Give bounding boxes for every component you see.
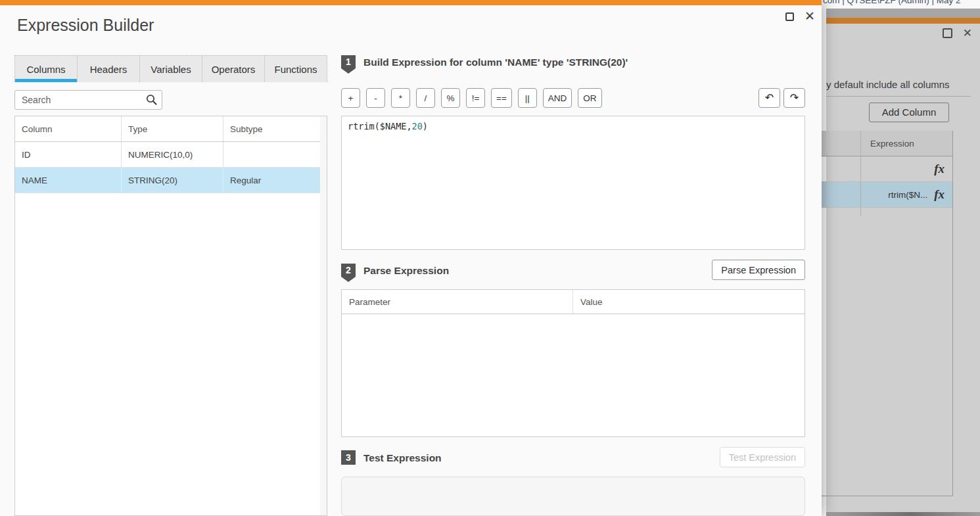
table-scrollbar-gutter[interactable]	[320, 116, 327, 515]
background-columns-table: Expression fx rtrim($N... fx	[820, 131, 953, 496]
left-pane: Columns Headers Variables Operators Func…	[14, 55, 327, 516]
columns-table: Column Type Subtype ID NUMERIC(10,0) NAM…	[14, 116, 327, 516]
operator-concat-button[interactable]: ||	[518, 88, 537, 108]
table-row-selected[interactable]: NAME STRING(20) Regular	[15, 168, 320, 193]
background-close-icon[interactable]: ✕	[963, 28, 972, 38]
table-row[interactable]: ID NUMERIC(10,0)	[15, 142, 320, 168]
background-table-header: Expression	[820, 131, 952, 156]
expression-builder-dialog: ✕ Expression Builder Columns Headers Var…	[0, 0, 822, 516]
column-header[interactable]: Column	[15, 116, 122, 141]
tab-headers[interactable]: Headers	[78, 55, 140, 82]
table-row[interactable]: fx	[820, 156, 952, 182]
search-input[interactable]	[14, 90, 162, 110]
expression-close-paren: )	[423, 121, 428, 131]
type-cell: STRING(20)	[122, 168, 223, 193]
column-cell: ID	[15, 142, 122, 167]
background-window: com | QTSEE\FZF (Admin) | May 2 ✕ y defa…	[822, 0, 980, 516]
operator-and-button[interactable]: AND	[543, 88, 572, 108]
subtype-header[interactable]: Subtype	[223, 116, 320, 141]
expression-cell: rtrim($N...	[888, 190, 927, 200]
operator-notequal-button[interactable]: !=	[466, 88, 485, 108]
maximize-icon[interactable]	[785, 12, 794, 21]
operator-toolbar: + - * / % != == || AND OR ↶ ↷	[341, 88, 805, 108]
background-dialog: ✕ y default include all columns Add Colu…	[826, 9, 980, 516]
columns-table-header: Column Type Subtype	[15, 116, 320, 142]
operator-modulo-button[interactable]: %	[441, 88, 460, 108]
operator-equal-button[interactable]: ==	[491, 88, 512, 108]
subtype-cell	[223, 142, 320, 167]
tab-variables[interactable]: Variables	[140, 55, 202, 82]
dialog-title: Expression Builder	[17, 16, 154, 35]
step-1-badge: 1	[341, 55, 356, 68]
close-icon[interactable]: ✕	[805, 12, 815, 21]
parse-parameters-table: Parameter Value	[341, 289, 805, 437]
modal-orange-bar	[0, 0, 822, 5]
background-titlebar-text: com | QTSEE\FZF (Admin) | May 2	[823, 0, 980, 5]
operator-divide-button[interactable]: /	[416, 88, 435, 108]
parse-expression-button[interactable]: Parse Expression	[712, 260, 805, 280]
background-maximize-icon[interactable]	[943, 28, 952, 38]
operator-plus-button[interactable]: +	[341, 88, 360, 108]
step-2-badge: 2	[341, 264, 356, 277]
background-separator	[826, 96, 971, 97]
expression-text: rtrim($NAME,	[348, 121, 412, 131]
value-header: Value	[573, 290, 805, 314]
right-pane: 1 Build Expression for column 'NAME' typ…	[341, 55, 805, 516]
redo-icon[interactable]: ↷	[783, 88, 805, 108]
parse-table-header: Parameter Value	[342, 290, 805, 314]
fx-icon[interactable]: fx	[934, 187, 945, 202]
undo-icon[interactable]: ↶	[758, 88, 780, 108]
build-expression-title: Build Expression for column 'NAME' type …	[363, 55, 628, 68]
test-expression-title: Test Expression	[363, 451, 442, 464]
type-header[interactable]: Type	[122, 116, 223, 141]
tab-operators[interactable]: Operators	[202, 55, 265, 82]
tab-functions[interactable]: Functions	[265, 55, 327, 82]
test-expression-button[interactable]: Test Expression	[720, 447, 805, 467]
expression-number: 20	[412, 121, 423, 131]
tab-columns[interactable]: Columns	[14, 55, 78, 82]
subtype-cell: Regular	[223, 168, 320, 193]
background-bottom-edge	[826, 512, 980, 516]
tab-bar: Columns Headers Variables Operators Func…	[14, 55, 327, 82]
expression-editor[interactable]: rtrim($NAME,20)	[341, 116, 805, 250]
test-result-area	[341, 477, 805, 516]
type-cell: NUMERIC(10,0)	[122, 142, 223, 167]
operator-minus-button[interactable]: -	[366, 88, 385, 108]
search-icon	[146, 94, 157, 105]
step-3-badge: 3	[341, 450, 356, 465]
add-column-button[interactable]: Add Column	[869, 103, 949, 122]
background-subtitle: y default include all columns	[826, 79, 980, 90]
column-cell: NAME	[15, 168, 122, 193]
table-row[interactable]: rtrim($N... fx	[820, 182, 952, 208]
expression-column-header: Expression	[820, 139, 914, 149]
parse-expression-title: Parse Expression	[363, 264, 449, 277]
operator-or-button[interactable]: OR	[578, 88, 601, 108]
background-table-column-divider	[860, 131, 861, 216]
parameter-header: Parameter	[342, 290, 573, 314]
fx-icon[interactable]: fx	[934, 162, 945, 176]
background-dialog-top-band	[826, 9, 980, 18]
operator-multiply-button[interactable]: *	[391, 88, 410, 108]
background-dialog-orange-bar	[826, 18, 980, 24]
